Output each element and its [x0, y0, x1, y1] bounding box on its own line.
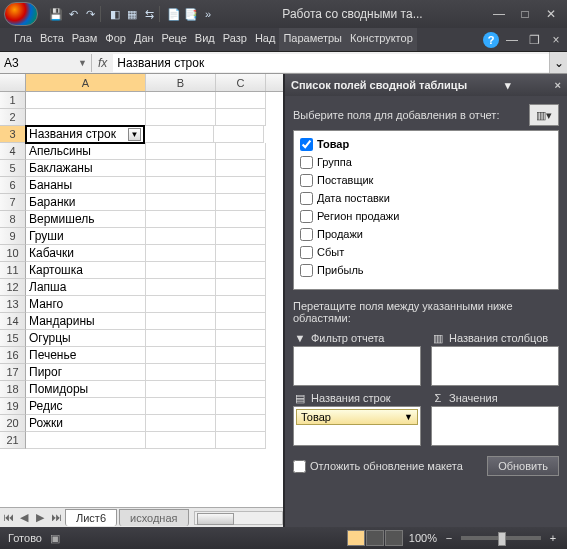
row-header[interactable]: 6 — [0, 177, 26, 194]
cell[interactable] — [216, 194, 266, 211]
cell[interactable]: Баклажаны — [26, 160, 146, 177]
cell[interactable]: Баранки — [26, 194, 146, 211]
cell[interactable]: Помидоры — [26, 381, 146, 398]
view-normal-button[interactable] — [347, 530, 365, 546]
row-header[interactable]: 11 — [0, 262, 26, 279]
rows-area-item[interactable]: Товар ▼ — [296, 409, 418, 425]
cell[interactable] — [216, 330, 266, 347]
field-item[interactable]: Поставщик — [300, 171, 552, 189]
cell[interactable] — [216, 211, 266, 228]
ribbon-contextual-tab[interactable]: Параметры — [279, 28, 346, 51]
cell[interactable]: Мандарины — [26, 313, 146, 330]
cell[interactable] — [146, 364, 216, 381]
row-header[interactable]: 3 — [0, 126, 26, 143]
row-header[interactable]: 10 — [0, 245, 26, 262]
field-checkbox[interactable] — [300, 246, 313, 259]
macro-record-icon[interactable]: ▣ — [50, 532, 60, 545]
cell[interactable] — [146, 432, 216, 449]
cell[interactable]: Печенье — [26, 347, 146, 364]
column-header[interactable]: C — [216, 74, 266, 91]
row-header[interactable]: 7 — [0, 194, 26, 211]
field-item[interactable]: Товар — [300, 135, 552, 153]
cell[interactable] — [216, 313, 266, 330]
ribbon-tab[interactable]: Разм — [68, 28, 102, 51]
close-pane-button[interactable]: × — [555, 79, 561, 91]
cell[interactable] — [216, 109, 266, 126]
taskpane-header[interactable]: Список полей сводной таблицы ▾ × — [285, 74, 567, 96]
row-header[interactable]: 13 — [0, 296, 26, 313]
ribbon-tab[interactable]: Разр — [219, 28, 251, 51]
field-checkbox[interactable] — [300, 174, 313, 187]
cell[interactable]: Рожки — [26, 415, 146, 432]
cell[interactable] — [216, 364, 266, 381]
sheet-tab[interactable]: исходная — [119, 509, 188, 526]
qat-icon[interactable]: ◧ — [107, 6, 123, 22]
mdi-restore-button[interactable]: ❐ — [525, 31, 543, 49]
cell[interactable] — [146, 347, 216, 364]
cell[interactable] — [146, 245, 216, 262]
cell[interactable] — [216, 92, 266, 109]
cell[interactable] — [216, 143, 266, 160]
cell[interactable] — [146, 415, 216, 432]
cell[interactable]: Груши — [26, 228, 146, 245]
cell[interactable]: Манго — [26, 296, 146, 313]
cell[interactable]: Вермишель — [26, 211, 146, 228]
ribbon-tab[interactable]: Фор — [101, 28, 130, 51]
field-checkbox[interactable] — [300, 156, 313, 169]
row-header[interactable]: 19 — [0, 398, 26, 415]
office-button[interactable] — [4, 2, 38, 26]
field-checkbox[interactable] — [300, 192, 313, 205]
cell[interactable] — [214, 126, 264, 143]
field-item[interactable]: Группа — [300, 153, 552, 171]
cell[interactable] — [146, 398, 216, 415]
field-checkbox[interactable] — [300, 138, 313, 151]
row-header[interactable]: 12 — [0, 279, 26, 296]
sheet-tab-active[interactable]: Лист6 — [65, 509, 117, 526]
field-item[interactable]: Регион продажи — [300, 207, 552, 225]
help-icon[interactable]: ? — [483, 32, 499, 48]
view-page-layout-button[interactable] — [366, 530, 384, 546]
chevron-down-icon[interactable]: ▾ — [505, 79, 511, 92]
mdi-minimize-button[interactable]: — — [503, 31, 521, 49]
cell[interactable] — [26, 109, 146, 126]
ribbon-contextual-tab[interactable]: Конструктор — [346, 28, 417, 51]
cell[interactable]: Пирог — [26, 364, 146, 381]
cell[interactable]: Кабачки — [26, 245, 146, 262]
field-checkbox[interactable] — [300, 264, 313, 277]
redo-icon[interactable]: ↷ — [82, 6, 98, 22]
cell[interactable] — [216, 347, 266, 364]
name-box-dropdown-icon[interactable]: ▼ — [78, 58, 87, 68]
filter-area-box[interactable] — [293, 346, 421, 386]
cell[interactable] — [146, 211, 216, 228]
defer-update-checkbox[interactable]: Отложить обновление макета — [293, 460, 463, 473]
zoom-slider[interactable] — [461, 536, 541, 540]
field-item[interactable]: Дата поставки — [300, 189, 552, 207]
select-all-corner[interactable] — [0, 74, 26, 91]
cell[interactable] — [146, 143, 216, 160]
qat-more-icon[interactable]: » — [200, 6, 216, 22]
field-item[interactable]: Прибыль — [300, 261, 552, 279]
row-header[interactable]: 15 — [0, 330, 26, 347]
horizontal-scrollbar[interactable] — [194, 511, 284, 525]
column-header[interactable]: B — [146, 74, 216, 91]
cell[interactable] — [146, 177, 216, 194]
field-checkbox[interactable] — [300, 228, 313, 241]
row-header[interactable]: 17 — [0, 364, 26, 381]
cell[interactable]: Апельсины — [26, 143, 146, 160]
row-header[interactable]: 9 — [0, 228, 26, 245]
ribbon-tab[interactable]: Реце — [158, 28, 191, 51]
cell[interactable] — [216, 398, 266, 415]
zoom-level-label[interactable]: 100% — [409, 532, 437, 544]
filter-dropdown-button[interactable]: ▼ — [128, 128, 141, 141]
rows-area-box[interactable]: Товар ▼ — [293, 406, 421, 446]
cell[interactable]: Картошка — [26, 262, 146, 279]
undo-icon[interactable]: ↶ — [65, 6, 81, 22]
row-header[interactable]: 2 — [0, 109, 26, 126]
cell[interactable] — [26, 92, 146, 109]
row-header[interactable]: 14 — [0, 313, 26, 330]
cell[interactable] — [146, 313, 216, 330]
cell[interactable] — [216, 432, 266, 449]
formula-input[interactable] — [113, 54, 549, 72]
cell[interactable] — [146, 262, 216, 279]
cell[interactable] — [216, 228, 266, 245]
